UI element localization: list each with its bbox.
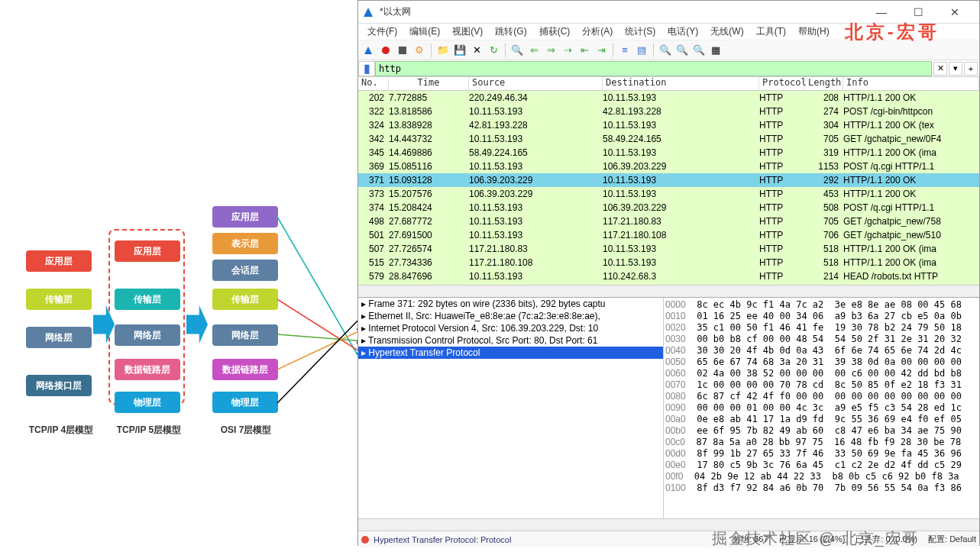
expert-info-icon[interactable] [361, 536, 369, 544]
box-trans4: 传输层 [26, 289, 92, 310]
network-model-diagram: 应用层 传输层 网络层 网络接口层 应用层 传输层 网络层 数据链路层 物理层 … [8, 191, 328, 450]
colorize-icon[interactable]: ▤ [634, 43, 649, 58]
label-4: TCP/IP 4层模型 [23, 424, 99, 437]
table-row[interactable]: 37415.20842410.11.53.193106.39.203.229HT… [358, 201, 979, 215]
menu-analyze[interactable]: 分析(A) [576, 25, 619, 38]
box-link5: 数据链路层 [115, 359, 180, 380]
resize-cols-icon[interactable]: ▦ [708, 43, 723, 58]
bookmark-icon[interactable]: ▮ [358, 61, 375, 76]
table-row[interactable]: 50127.69150010.11.53.193117.21.180.108HT… [358, 228, 979, 242]
watermark-top: 北京-宏哥 [836, 20, 949, 44]
box-net5: 网络层 [115, 324, 180, 346]
prev-icon[interactable]: ⇐ [526, 43, 542, 58]
label-7: OSI 7层模型 [208, 424, 284, 437]
svg-rect-6 [399, 47, 406, 54]
tree-item[interactable]: ▸ Internet Protocol Version 4, Src: 106.… [358, 322, 663, 334]
col-no[interactable]: No. [358, 77, 389, 90]
menu-wireless[interactable]: 无线(W) [704, 25, 749, 38]
zoom-out-icon[interactable]: 🔍 [674, 43, 690, 58]
clear-filter-icon[interactable]: ✕ [933, 62, 947, 76]
restart-capture-icon[interactable] [395, 43, 410, 58]
close-file-icon[interactable]: ✕ [469, 43, 484, 58]
box-pres7: 表示层 [212, 233, 278, 254]
col-source[interactable]: Source [469, 77, 603, 90]
table-row[interactable]: 34514.46988658.49.224.16510.11.53.193HTT… [358, 146, 979, 160]
apply-filter-icon[interactable]: ▾ [949, 62, 962, 76]
svg-point-5 [382, 47, 390, 54]
zoom-in-icon[interactable]: 🔍 [658, 43, 673, 58]
start-capture-icon[interactable] [361, 43, 377, 58]
packet-tree[interactable]: ▸ Frame 371: 292 bytes on wire (2336 bit… [358, 298, 664, 518]
wireshark-window: *以太网 — ☐ ✕ 文件(F) 编辑(E) 视图(V) 跳转(G) 捕获(C)… [357, 0, 980, 546]
col-len[interactable]: Length [805, 77, 843, 90]
filter-bar: ▮ ✕ ▾ + [358, 60, 979, 77]
box-link7: 数据链路层 [212, 359, 278, 380]
jump-icon[interactable]: ⇢ [560, 43, 575, 58]
tree-item[interactable]: ▸ Hypertext Transfer Protocol [358, 347, 663, 359]
display-filter-input[interactable] [375, 61, 932, 76]
label-5: TCP/IP 5层模型 [111, 424, 187, 437]
find-icon[interactable]: 🔍 [509, 43, 525, 58]
box-net7: 网络层 [212, 324, 278, 346]
box-iface4: 网络接口层 [26, 375, 92, 396]
tree-item[interactable]: ▸ Transmission Control Protocol, Src Por… [358, 334, 663, 347]
menu-tools[interactable]: 工具(T) [750, 25, 792, 38]
box-app7: 应用层 [212, 206, 278, 227]
save-icon[interactable]: 💾 [452, 43, 467, 58]
packet-scrollbar[interactable] [358, 285, 979, 297]
close-button[interactable]: ✕ [941, 3, 969, 21]
table-row[interactable]: 51527.734336117.21.180.10810.11.53.193HT… [358, 256, 979, 269]
table-row[interactable]: 34214.44373210.11.53.19358.49.224.165HTT… [358, 132, 979, 146]
open-icon[interactable]: 📁 [435, 43, 451, 58]
table-row[interactable]: 32413.83892842.81.193.22810.11.53.193HTT… [358, 118, 979, 132]
menu-help[interactable]: 帮助(H) [792, 25, 836, 38]
box-sess7: 会话层 [212, 260, 278, 281]
menu-view[interactable]: 视图(V) [446, 25, 489, 38]
last-icon[interactable]: ⇥ [593, 43, 609, 58]
reload-icon[interactable]: ↻ [486, 43, 501, 58]
table-row[interactable]: 2027.772885220.249.46.3410.11.53.193HTTP… [358, 91, 979, 105]
menu-telephony[interactable]: 电话(Y) [661, 25, 704, 38]
table-row[interactable]: 37115.093128106.39.203.22910.11.53.193HT… [358, 173, 979, 187]
tree-item[interactable]: ▸ Ethernet II, Src: HuaweiTe_e8:8e:ae (7… [358, 310, 663, 322]
tree-item[interactable]: ▸ Frame 371: 292 bytes on wire (2336 bit… [358, 298, 663, 310]
table-row[interactable]: 58128.858703110.242.68.310.11.53.193HTTP… [358, 283, 979, 285]
table-row[interactable]: 37315.207576106.39.203.22910.11.53.193HT… [358, 187, 979, 201]
menu-edit[interactable]: 编辑(E) [403, 25, 446, 38]
menu-file[interactable]: 文件(F) [361, 25, 403, 38]
box-trans7: 传输层 [212, 289, 278, 310]
table-row[interactable]: 50727.726574117.21.180.8310.11.53.193HTT… [358, 242, 979, 256]
zoom-reset-icon[interactable]: 🔍 [691, 43, 707, 58]
box-app4: 应用层 [26, 250, 92, 272]
menu-capture[interactable]: 捕获(C) [533, 25, 577, 38]
packet-list-header: No. Time Source Destination Protocol Len… [358, 77, 979, 91]
box-trans5: 传输层 [115, 289, 180, 310]
options-icon[interactable]: ⚙ [412, 43, 427, 58]
packet-list[interactable]: No. Time Source Destination Protocol Len… [358, 77, 979, 285]
col-info[interactable]: Info [843, 77, 979, 90]
add-filter-icon[interactable]: + [964, 62, 978, 76]
menu-bar: 文件(F) 编辑(E) 视图(V) 跳转(G) 捕获(C) 分析(A) 统计(S… [358, 24, 979, 40]
status-profile[interactable]: 配置: Default [928, 534, 976, 545]
details-pane: ▸ Frame 371: 292 bytes on wire (2336 bit… [358, 297, 979, 518]
app-icon [363, 6, 375, 18]
autoscroll-icon[interactable]: ≡ [617, 43, 632, 58]
menu-go[interactable]: 跳转(G) [489, 25, 532, 38]
col-dest[interactable]: Destination [603, 77, 759, 90]
next-icon[interactable]: ⇒ [543, 43, 558, 58]
maximize-button[interactable]: ☐ [904, 3, 932, 21]
first-icon[interactable]: ⇤ [577, 43, 592, 58]
table-row[interactable]: 36915.08511610.11.53.193106.39.203.229HT… [358, 160, 979, 173]
table-row[interactable]: 32213.81858610.11.53.19342.81.193.228HTT… [358, 105, 979, 118]
table-row[interactable]: 57928.84769610.11.53.193110.242.68.3HTTP… [358, 269, 979, 283]
window-title: *以太网 [380, 5, 862, 18]
watermark-bottom: 掘金技术社区 @ 北京_宏哥 [712, 528, 919, 549]
stop-capture-icon[interactable] [378, 43, 393, 58]
col-proto[interactable]: Protocol [759, 77, 805, 90]
menu-stats[interactable]: 统计(S) [619, 25, 661, 38]
col-time[interactable]: Time [389, 77, 469, 90]
hex-dump[interactable]: 0000 8c ec 4b 9c f1 4a 7c a2 3e e8 8e ae… [664, 298, 979, 518]
arrow2 [186, 305, 208, 344]
minimize-button[interactable]: — [868, 3, 895, 21]
table-row[interactable]: 49827.68777210.11.53.193117.21.180.83HTT… [358, 215, 979, 228]
